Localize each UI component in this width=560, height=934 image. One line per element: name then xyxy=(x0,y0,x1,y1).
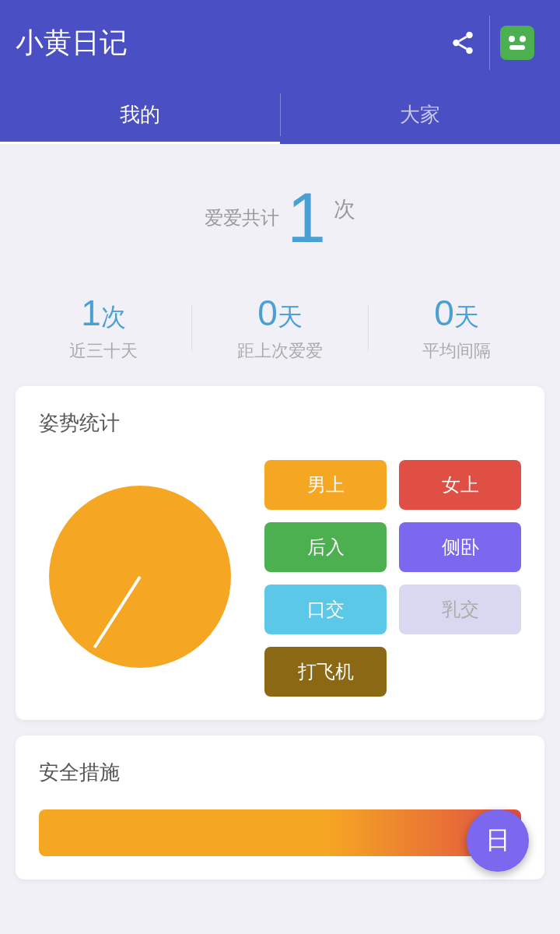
fab-button[interactable]: 日 xyxy=(467,809,529,872)
stat-avg-label: 平均间隔 xyxy=(369,339,544,363)
pie-svg xyxy=(39,476,241,678)
legend-item-侧卧[interactable]: 侧卧 xyxy=(399,522,521,572)
total-number: 1 xyxy=(287,183,326,253)
pie-section: 男上 女上 后入 侧卧 口交 乳交 打飞机 xyxy=(39,460,521,697)
svg-point-0 xyxy=(466,32,473,39)
posture-title: 姿势统计 xyxy=(39,409,521,437)
stat-avg: 0天 平均间隔 xyxy=(369,292,544,363)
share-button[interactable] xyxy=(436,16,490,70)
svg-line-3 xyxy=(459,44,467,49)
svg-point-2 xyxy=(466,47,473,54)
total-section: 爱爱共计 1 次 xyxy=(16,167,544,276)
stat-recent: 1次 近三十天 xyxy=(16,292,191,363)
svg-line-4 xyxy=(459,37,467,41)
stat-last-label: 距上次爱爱 xyxy=(192,339,368,363)
legend-item-口交[interactable]: 口交 xyxy=(264,585,387,634)
robot-icon xyxy=(500,26,534,60)
stat-recent-label: 近三十天 xyxy=(16,339,191,363)
legend-item-后入[interactable]: 后入 xyxy=(264,522,387,572)
stats-row: 1次 近三十天 0天 距上次爱爱 0天 平均间隔 xyxy=(16,276,544,386)
robot-button[interactable] xyxy=(490,16,544,70)
legend-item-男上[interactable]: 男上 xyxy=(264,460,387,510)
svg-point-1 xyxy=(453,40,460,47)
pie-chart xyxy=(39,476,241,681)
safety-title: 安全措施 xyxy=(39,759,521,786)
tab-all[interactable]: 大家 xyxy=(281,86,561,144)
legend: 男上 女上 后入 侧卧 口交 乳交 打飞机 xyxy=(264,460,521,697)
fab-icon: 日 xyxy=(485,823,510,858)
header-actions xyxy=(436,16,544,70)
tabs: 我的 大家 xyxy=(0,86,560,144)
tab-my[interactable]: 我的 xyxy=(0,86,280,144)
total-label: 爱爱共计 xyxy=(205,205,279,230)
stat-avg-num: 0 xyxy=(434,293,454,333)
stat-last-num: 0 xyxy=(257,293,278,333)
safety-card: 安全措施 xyxy=(16,736,544,880)
posture-card: 姿势统计 男上 女上 后入 侧卧 口交 乳交 打飞机 xyxy=(16,386,544,720)
main-content: 爱爱共计 1 次 1次 近三十天 0天 距上次爱爱 0天 平均间隔 姿势统计 xyxy=(0,144,560,903)
stat-avg-unit: 天 xyxy=(454,303,479,331)
stat-last: 0天 距上次爱爱 xyxy=(192,292,368,363)
total-unit: 次 xyxy=(334,195,355,224)
legend-item-打飞机[interactable]: 打飞机 xyxy=(264,647,387,697)
header: 小黄日记 xyxy=(0,0,560,86)
stat-recent-unit: 次 xyxy=(101,303,126,331)
share-icon xyxy=(450,30,476,56)
app-title: 小黄日记 xyxy=(16,24,128,62)
legend-item-乳交[interactable]: 乳交 xyxy=(399,585,521,634)
stat-last-unit: 天 xyxy=(278,303,303,331)
stat-recent-num: 1 xyxy=(81,293,101,333)
legend-item-女上[interactable]: 女上 xyxy=(399,460,521,510)
